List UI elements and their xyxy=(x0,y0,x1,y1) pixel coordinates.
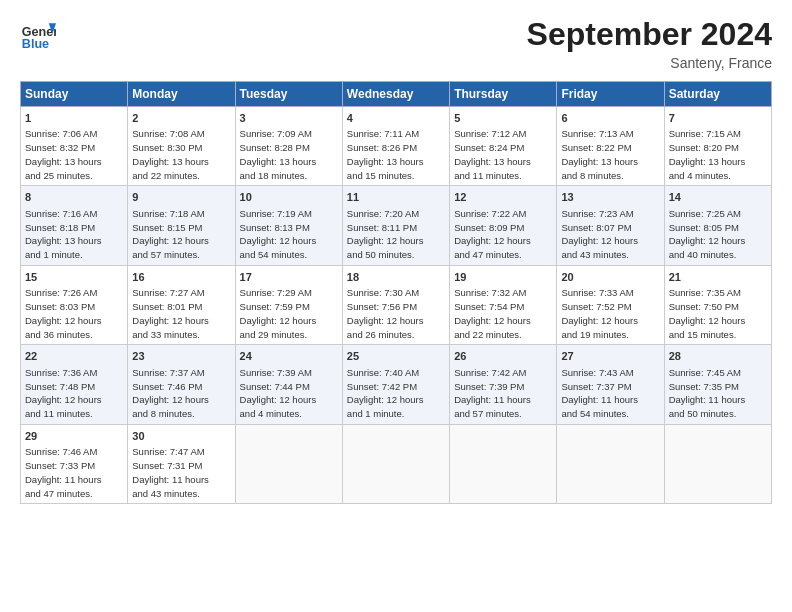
calendar-table: Sunday Monday Tuesday Wednesday Thursday… xyxy=(20,81,772,504)
calendar-cell: 20Sunrise: 7:33 AMSunset: 7:52 PMDayligh… xyxy=(557,265,664,344)
day-info: Sunrise: 7:18 AMSunset: 8:15 PMDaylight:… xyxy=(132,207,230,262)
calendar-cell xyxy=(557,424,664,503)
day-info: Sunrise: 7:19 AMSunset: 8:13 PMDaylight:… xyxy=(240,207,338,262)
calendar-week-row: 29Sunrise: 7:46 AMSunset: 7:33 PMDayligh… xyxy=(21,424,772,503)
col-sunday: Sunday xyxy=(21,82,128,107)
day-info: Sunrise: 7:23 AMSunset: 8:07 PMDaylight:… xyxy=(561,207,659,262)
day-number: 27 xyxy=(561,349,659,364)
col-friday: Friday xyxy=(557,82,664,107)
day-info: Sunrise: 7:12 AMSunset: 8:24 PMDaylight:… xyxy=(454,127,552,182)
day-number: 2 xyxy=(132,111,230,126)
day-number: 3 xyxy=(240,111,338,126)
calendar-cell: 28Sunrise: 7:45 AMSunset: 7:35 PMDayligh… xyxy=(664,345,771,424)
day-info: Sunrise: 7:08 AMSunset: 8:30 PMDaylight:… xyxy=(132,127,230,182)
month-title: September 2024 xyxy=(527,16,772,53)
day-info: Sunrise: 7:22 AMSunset: 8:09 PMDaylight:… xyxy=(454,207,552,262)
col-saturday: Saturday xyxy=(664,82,771,107)
day-number: 25 xyxy=(347,349,445,364)
day-info: Sunrise: 7:06 AMSunset: 8:32 PMDaylight:… xyxy=(25,127,123,182)
title-block: September 2024 Santeny, France xyxy=(527,16,772,71)
col-tuesday: Tuesday xyxy=(235,82,342,107)
logo: General Blue xyxy=(20,16,56,52)
day-info: Sunrise: 7:32 AMSunset: 7:54 PMDaylight:… xyxy=(454,286,552,341)
calendar-cell: 15Sunrise: 7:26 AMSunset: 8:03 PMDayligh… xyxy=(21,265,128,344)
day-number: 28 xyxy=(669,349,767,364)
day-info: Sunrise: 7:42 AMSunset: 7:39 PMDaylight:… xyxy=(454,366,552,421)
calendar-cell: 16Sunrise: 7:27 AMSunset: 8:01 PMDayligh… xyxy=(128,265,235,344)
svg-text:Blue: Blue xyxy=(22,37,49,51)
calendar-cell: 30Sunrise: 7:47 AMSunset: 7:31 PMDayligh… xyxy=(128,424,235,503)
calendar-cell: 25Sunrise: 7:40 AMSunset: 7:42 PMDayligh… xyxy=(342,345,449,424)
day-info: Sunrise: 7:13 AMSunset: 8:22 PMDaylight:… xyxy=(561,127,659,182)
calendar-cell: 9Sunrise: 7:18 AMSunset: 8:15 PMDaylight… xyxy=(128,186,235,265)
calendar-cell: 14Sunrise: 7:25 AMSunset: 8:05 PMDayligh… xyxy=(664,186,771,265)
day-number: 20 xyxy=(561,270,659,285)
calendar-cell: 13Sunrise: 7:23 AMSunset: 8:07 PMDayligh… xyxy=(557,186,664,265)
calendar-cell: 19Sunrise: 7:32 AMSunset: 7:54 PMDayligh… xyxy=(450,265,557,344)
calendar-week-row: 8Sunrise: 7:16 AMSunset: 8:18 PMDaylight… xyxy=(21,186,772,265)
calendar-cell xyxy=(342,424,449,503)
calendar-header-row: Sunday Monday Tuesday Wednesday Thursday… xyxy=(21,82,772,107)
day-info: Sunrise: 7:09 AMSunset: 8:28 PMDaylight:… xyxy=(240,127,338,182)
calendar-cell: 10Sunrise: 7:19 AMSunset: 8:13 PMDayligh… xyxy=(235,186,342,265)
calendar-cell xyxy=(450,424,557,503)
calendar-cell: 5Sunrise: 7:12 AMSunset: 8:24 PMDaylight… xyxy=(450,107,557,186)
calendar-week-row: 1Sunrise: 7:06 AMSunset: 8:32 PMDaylight… xyxy=(21,107,772,186)
day-info: Sunrise: 7:11 AMSunset: 8:26 PMDaylight:… xyxy=(347,127,445,182)
location: Santeny, France xyxy=(527,55,772,71)
day-number: 29 xyxy=(25,429,123,444)
day-info: Sunrise: 7:27 AMSunset: 8:01 PMDaylight:… xyxy=(132,286,230,341)
logo-icon: General Blue xyxy=(20,16,56,52)
day-info: Sunrise: 7:43 AMSunset: 7:37 PMDaylight:… xyxy=(561,366,659,421)
calendar-cell: 26Sunrise: 7:42 AMSunset: 7:39 PMDayligh… xyxy=(450,345,557,424)
day-info: Sunrise: 7:40 AMSunset: 7:42 PMDaylight:… xyxy=(347,366,445,421)
day-number: 13 xyxy=(561,190,659,205)
day-number: 8 xyxy=(25,190,123,205)
day-number: 19 xyxy=(454,270,552,285)
col-wednesday: Wednesday xyxy=(342,82,449,107)
day-info: Sunrise: 7:33 AMSunset: 7:52 PMDaylight:… xyxy=(561,286,659,341)
day-info: Sunrise: 7:20 AMSunset: 8:11 PMDaylight:… xyxy=(347,207,445,262)
header: General Blue September 2024 Santeny, Fra… xyxy=(20,16,772,71)
day-info: Sunrise: 7:25 AMSunset: 8:05 PMDaylight:… xyxy=(669,207,767,262)
day-number: 26 xyxy=(454,349,552,364)
calendar-cell: 11Sunrise: 7:20 AMSunset: 8:11 PMDayligh… xyxy=(342,186,449,265)
day-number: 15 xyxy=(25,270,123,285)
calendar-cell: 1Sunrise: 7:06 AMSunset: 8:32 PMDaylight… xyxy=(21,107,128,186)
day-info: Sunrise: 7:26 AMSunset: 8:03 PMDaylight:… xyxy=(25,286,123,341)
calendar-cell: 29Sunrise: 7:46 AMSunset: 7:33 PMDayligh… xyxy=(21,424,128,503)
calendar-cell: 2Sunrise: 7:08 AMSunset: 8:30 PMDaylight… xyxy=(128,107,235,186)
day-info: Sunrise: 7:29 AMSunset: 7:59 PMDaylight:… xyxy=(240,286,338,341)
calendar-cell: 17Sunrise: 7:29 AMSunset: 7:59 PMDayligh… xyxy=(235,265,342,344)
day-info: Sunrise: 7:35 AMSunset: 7:50 PMDaylight:… xyxy=(669,286,767,341)
day-number: 18 xyxy=(347,270,445,285)
day-number: 6 xyxy=(561,111,659,126)
day-number: 30 xyxy=(132,429,230,444)
day-number: 14 xyxy=(669,190,767,205)
day-number: 10 xyxy=(240,190,338,205)
calendar-cell: 12Sunrise: 7:22 AMSunset: 8:09 PMDayligh… xyxy=(450,186,557,265)
calendar-cell: 3Sunrise: 7:09 AMSunset: 8:28 PMDaylight… xyxy=(235,107,342,186)
calendar-cell: 24Sunrise: 7:39 AMSunset: 7:44 PMDayligh… xyxy=(235,345,342,424)
day-number: 9 xyxy=(132,190,230,205)
calendar-cell: 8Sunrise: 7:16 AMSunset: 8:18 PMDaylight… xyxy=(21,186,128,265)
day-info: Sunrise: 7:16 AMSunset: 8:18 PMDaylight:… xyxy=(25,207,123,262)
day-number: 4 xyxy=(347,111,445,126)
day-number: 21 xyxy=(669,270,767,285)
day-info: Sunrise: 7:15 AMSunset: 8:20 PMDaylight:… xyxy=(669,127,767,182)
day-info: Sunrise: 7:39 AMSunset: 7:44 PMDaylight:… xyxy=(240,366,338,421)
day-number: 16 xyxy=(132,270,230,285)
calendar-cell: 4Sunrise: 7:11 AMSunset: 8:26 PMDaylight… xyxy=(342,107,449,186)
calendar-cell: 7Sunrise: 7:15 AMSunset: 8:20 PMDaylight… xyxy=(664,107,771,186)
calendar-week-row: 22Sunrise: 7:36 AMSunset: 7:48 PMDayligh… xyxy=(21,345,772,424)
calendar-cell: 22Sunrise: 7:36 AMSunset: 7:48 PMDayligh… xyxy=(21,345,128,424)
day-number: 11 xyxy=(347,190,445,205)
calendar-cell xyxy=(664,424,771,503)
day-info: Sunrise: 7:36 AMSunset: 7:48 PMDaylight:… xyxy=(25,366,123,421)
day-number: 22 xyxy=(25,349,123,364)
col-monday: Monday xyxy=(128,82,235,107)
day-number: 5 xyxy=(454,111,552,126)
day-info: Sunrise: 7:30 AMSunset: 7:56 PMDaylight:… xyxy=(347,286,445,341)
calendar-cell xyxy=(235,424,342,503)
col-thursday: Thursday xyxy=(450,82,557,107)
